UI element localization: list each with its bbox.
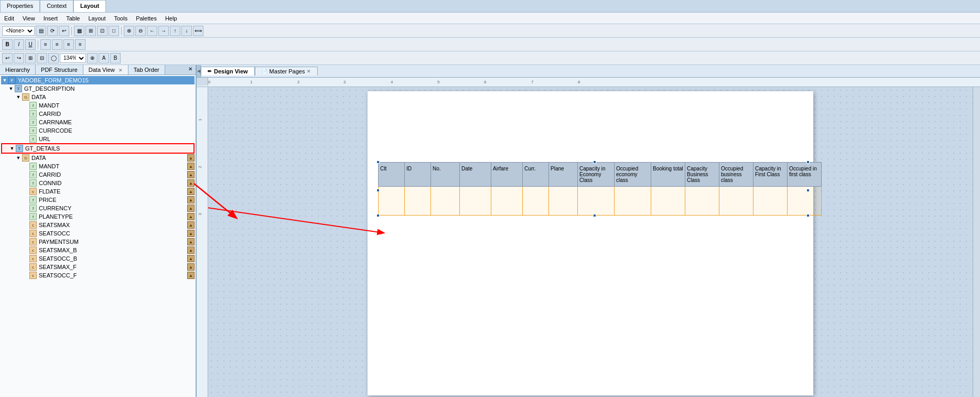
toolbar-zoom-out[interactable]: ◯ <box>48 53 59 63</box>
tree-planetype[interactable]: ▶ f PLANETYPE ▲ <box>1 212 195 221</box>
toolbar-redo[interactable]: ↪ <box>14 53 24 63</box>
tree-carrid-1[interactable]: ▶ f CARRID <box>1 110 195 118</box>
toolbar-align-center[interactable]: ≡ <box>52 39 62 50</box>
handle-bottom-right[interactable] <box>806 214 810 217</box>
style-select[interactable]: <None> <box>2 26 35 36</box>
mandt2-action[interactable]: ▲ <box>187 163 195 170</box>
menu-tools[interactable]: Tools <box>114 15 127 22</box>
tree-url[interactable]: ▶ f URL <box>1 135 195 143</box>
toolbar-btn-4[interactable]: ▦ <box>74 26 84 36</box>
toolbar-undo[interactable]: ↩ <box>2 53 13 63</box>
tab-layout[interactable]: Layout <box>73 0 106 12</box>
gt-desc-data-toggle[interactable]: ▼ <box>16 94 21 100</box>
tree-mandt-2[interactable]: ▶ f MANDT ▲ <box>1 162 195 170</box>
menu-view[interactable]: View <box>23 15 35 22</box>
toolbar-align-right[interactable]: ≡ <box>63 39 74 50</box>
tab-tab-order[interactable]: Tab Order <box>128 65 165 74</box>
seatsmax-action[interactable]: ▲ <box>187 221 195 229</box>
handle-mid-right[interactable] <box>806 189 810 192</box>
menu-palettes[interactable]: Palettes <box>136 15 157 22</box>
toolbar-btn-7[interactable]: □ <box>109 26 119 36</box>
data-view-close-icon[interactable]: ✕ <box>119 68 123 73</box>
tree-seatsocc-f[interactable]: ▶ c SEATSOCC_F ▲ <box>1 271 195 280</box>
handle-top-left[interactable] <box>376 160 380 164</box>
tab-data-view[interactable]: Data View ✕ <box>83 65 128 74</box>
menu-layout[interactable]: Layout <box>88 15 105 22</box>
toolbar-underline-btn[interactable]: U <box>25 39 36 50</box>
toolbar-btn-9[interactable]: ⊖ <box>135 26 146 36</box>
tree-price[interactable]: ▶ f PRICE ▲ <box>1 196 195 204</box>
toolbar-btn-3[interactable]: ↩ <box>59 26 69 36</box>
tab-design-view[interactable]: ✏ Design View <box>201 67 255 76</box>
handle-mid-left[interactable] <box>376 189 380 192</box>
tree-seatsmax[interactable]: ▶ c SEATSMAX ▲ <box>1 221 195 229</box>
tree-currency[interactable]: ▶ f CURRENCY ▲ <box>1 204 195 212</box>
panel-close-button[interactable]: ✕ <box>185 65 196 74</box>
root-toggle[interactable]: ▼ <box>2 78 7 83</box>
tab-hierarchy[interactable]: Hierarchy <box>0 65 36 74</box>
zoom-select[interactable]: 134% <box>60 53 86 63</box>
tree-seatsmax-f[interactable]: ▶ c SEATSMAX_F ▲ <box>1 263 195 271</box>
toolbar-btn-8[interactable]: ⊕ <box>124 26 134 36</box>
tree-gt-description[interactable]: ▼ T GT_DESCRIPTION <box>1 84 195 93</box>
toolbar-btn-5[interactable]: ⊞ <box>85 26 96 36</box>
toolbar-btn-6[interactable]: ⊡ <box>97 26 107 36</box>
toolbar-btn-13[interactable]: ↓ <box>181 26 192 36</box>
gt-details-toggle[interactable]: ▼ <box>9 146 15 151</box>
tab-properties[interactable]: Properties <box>0 0 40 12</box>
action-btn-1[interactable]: ▲ <box>187 154 195 162</box>
toolbar-bold-btn[interactable]: B <box>2 39 13 50</box>
handle-top-right[interactable] <box>806 160 810 164</box>
gt-desc-toggle[interactable]: ▼ <box>8 86 14 91</box>
toolbar-btn-11[interactable]: → <box>158 26 169 36</box>
toolbar-btn-12[interactable]: ↑ <box>170 26 180 36</box>
tree-connid[interactable]: ▶ f CONNID ▲ <box>1 179 195 187</box>
seatsmax-b-action[interactable]: ▲ <box>187 246 195 254</box>
toolbar-btn-10[interactable]: ← <box>147 26 157 36</box>
menu-help[interactable]: Help <box>165 15 177 22</box>
tree-fldate[interactable]: ▶ c FLDATE ▲ <box>1 187 195 196</box>
tree-seatsmax-b[interactable]: ▶ c SEATSMAX_B ▲ <box>1 246 195 254</box>
menu-edit[interactable]: Edit <box>4 15 14 22</box>
tree-currcode[interactable]: ▶ f CURRCODE <box>1 126 195 135</box>
tree-mandt-1[interactable]: ▶ f MANDT <box>1 101 195 110</box>
toolbar-btn-b[interactable]: B <box>110 53 121 63</box>
toolbar-btn-14[interactable]: ⟺ <box>193 26 203 36</box>
tree-seatsocc[interactable]: ▶ c SEATSOCC ▲ <box>1 229 195 238</box>
view-panel-toggle[interactable]: ◀ <box>197 65 201 77</box>
vertical-scrollbar[interactable] <box>973 87 980 397</box>
seatsocc-action[interactable]: ▲ <box>187 230 195 237</box>
toolbar-align-left[interactable]: ≡ <box>40 39 51 50</box>
tab-context[interactable]: Context <box>40 0 73 12</box>
tree-gt-details-data[interactable]: ▼ G DATA ▲ <box>1 154 195 162</box>
toolbar-italic-btn[interactable]: I <box>14 39 24 50</box>
tree-gt-details[interactable]: ▼ T GT_DETAILS <box>1 143 195 154</box>
planetype-action[interactable]: ▲ <box>187 213 195 220</box>
paymentsum-action[interactable]: ▲ <box>187 238 195 245</box>
tree-carrid-2[interactable]: ▶ f CARRID ▲ <box>1 170 195 179</box>
connid-action[interactable]: ▲ <box>187 179 195 187</box>
tree-root[interactable]: ▼ F YADOBE_FORM_DEMO15 <box>1 76 195 84</box>
menu-table[interactable]: Table <box>66 15 80 22</box>
toolbar-snap[interactable]: ⊟ <box>37 53 47 63</box>
currency-action[interactable]: ▲ <box>187 205 195 212</box>
handle-bottom-left[interactable] <box>376 214 380 217</box>
design-canvas[interactable]: Clt ID No. Date Airfare Curr. Plane Capa… <box>208 87 973 397</box>
handle-top-center[interactable] <box>593 160 596 164</box>
price-action[interactable]: ▲ <box>187 196 195 203</box>
toolbar-align-justify[interactable]: ≡ <box>75 39 85 50</box>
master-pages-close-icon[interactable]: ✕ <box>307 69 311 74</box>
seatsmax-f-action[interactable]: ▲ <box>187 263 195 271</box>
tree-carrname[interactable]: ▶ f CARRNAME <box>1 118 195 126</box>
carrid2-action[interactable]: ▲ <box>187 171 195 178</box>
tree-gt-desc-data[interactable]: ▼ G DATA <box>1 93 195 101</box>
seatsocc-b-action[interactable]: ▲ <box>187 255 195 262</box>
fldate-action[interactable]: ▲ <box>187 188 195 195</box>
tree-seatsocc-b[interactable]: ▶ c SEATSOCC_B ▲ <box>1 254 195 263</box>
toolbar-grid[interactable]: ⊞ <box>25 53 36 63</box>
toolbar-btn-a[interactable]: A <box>99 53 109 63</box>
tab-pdf-structure[interactable]: PDF Structure <box>36 65 83 74</box>
toolbar-zoom-in[interactable]: ⊕ <box>87 53 98 63</box>
toolbar-btn-1[interactable]: ▤ <box>36 26 46 36</box>
tree-paymentsum[interactable]: ▶ c PAYMENTSUM ▲ <box>1 238 195 246</box>
